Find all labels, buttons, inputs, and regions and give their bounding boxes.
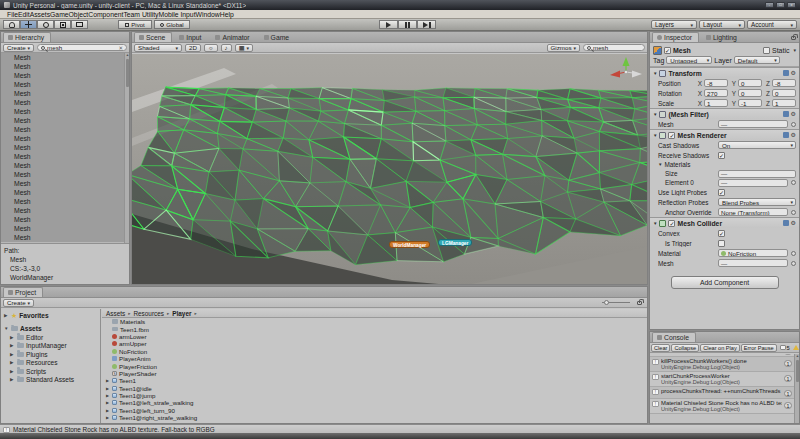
collider-material-field[interactable]: NoFriction	[718, 249, 788, 257]
project-create-button[interactable]: Create▾	[3, 299, 34, 307]
hand-tool-button[interactable]	[3, 20, 20, 29]
foldout-icon[interactable]: ▼	[653, 133, 657, 138]
transform-scale-z-field[interactable]: 1	[772, 99, 796, 107]
add-component-button[interactable]: Add Component	[671, 276, 779, 289]
tab-animator[interactable]: Animator	[210, 32, 256, 42]
hierarchy-item-mesh[interactable]: Mesh	[1, 206, 124, 215]
menu-item-gameobject[interactable]: GameObject	[50, 11, 88, 18]
project-file-teen1@left_strafe_walking[interactable]: ▶Teen1@left_strafe_walking	[102, 399, 647, 406]
window-close-button[interactable]: x	[787, 2, 796, 8]
clear-search-icon[interactable]: ✕	[118, 45, 123, 51]
console-log-entry[interactable]: !killProcessChunkWorkers() doneUnityEngi…	[650, 357, 794, 372]
account-dropdown[interactable]: Account▾	[747, 20, 797, 29]
slider-knob[interactable]	[604, 300, 609, 305]
hierarchy-item-mesh[interactable]: Mesh	[1, 80, 124, 89]
tab-hierarchy[interactable]: Hierarchy	[3, 32, 51, 42]
status-bar[interactable]: ! Material Chiseled Stone Rock has no AL…	[0, 424, 800, 433]
expander-icon[interactable]: ▶	[10, 352, 15, 357]
console-clear-on-play-button[interactable]: Clear on Play	[700, 344, 740, 352]
mesh-collider-component-header[interactable]: ▼ Mesh Collider ⚙	[650, 217, 799, 228]
menu-item-mobile-input[interactable]: Mobile Input	[159, 11, 196, 18]
active-checkbox[interactable]	[664, 47, 671, 54]
tab-project[interactable]: Project	[3, 287, 43, 297]
mesh-field[interactable]: —	[718, 120, 788, 128]
expander-icon[interactable]: ▼	[4, 326, 9, 331]
menu-item-window[interactable]: Window	[196, 11, 220, 18]
mesh-renderer-enabled-checkbox[interactable]	[668, 132, 675, 139]
console-clear-button[interactable]: Clear	[651, 344, 670, 352]
scale-tool-button[interactable]	[54, 20, 71, 29]
lock-icon[interactable]	[637, 301, 642, 305]
console-log-entry[interactable]: !Material Chiseled Stone Rock has no ALB…	[650, 399, 794, 414]
hierarchy-item-mesh[interactable]: Mesh	[1, 161, 124, 170]
menu-item-assets[interactable]: Assets	[30, 11, 50, 18]
project-assets-item[interactable]: ▼ Assets	[1, 325, 100, 334]
project-file-materials[interactable]: Materials	[102, 318, 647, 325]
transform-rotation-x-field[interactable]: 270	[704, 89, 728, 97]
light-probes-checkbox[interactable]	[718, 189, 725, 196]
rotate-tool-button[interactable]	[37, 20, 54, 29]
project-file-teen1.fbm[interactable]: Teen1.fbm	[102, 325, 647, 332]
console-log-list[interactable]: !1!killProcessChunkWorkers() doneUnityEn…	[650, 354, 794, 423]
help-icon[interactable]	[783, 70, 789, 76]
tab-console[interactable]: Console	[652, 332, 696, 342]
expander-icon[interactable]: ▶	[106, 393, 110, 398]
lgmanager-scene-label[interactable]: LGManager	[438, 239, 472, 246]
transform-position-y-field[interactable]: 0	[738, 79, 762, 87]
materials-size-field[interactable]: —	[718, 170, 796, 178]
project-folder-plugins[interactable]: ▶Plugins	[1, 350, 100, 359]
expander-icon[interactable]: ▶	[10, 343, 15, 348]
object-picker-icon[interactable]	[791, 251, 796, 256]
play-button[interactable]	[379, 20, 398, 29]
project-folder-scripts[interactable]: ▶Scripts	[1, 367, 100, 376]
hierarchy-item-mesh[interactable]: Mesh	[1, 170, 124, 179]
thumbnail-size-slider[interactable]	[602, 302, 630, 303]
expander-icon[interactable]: ▶	[106, 386, 110, 391]
expander-icon[interactable]: ▶	[106, 400, 110, 405]
project-file-teen1@jump[interactable]: ▶Teen1@jump	[102, 392, 647, 399]
layout-dropdown[interactable]: Layout▾	[699, 20, 745, 29]
expander-icon[interactable]: ▶	[10, 335, 15, 340]
project-folder-editor[interactable]: ▶Editor	[1, 333, 100, 342]
tab-lighting[interactable]: Lighting	[701, 32, 744, 42]
breadcrumb-item-resources[interactable]: Resources	[133, 310, 164, 317]
object-picker-icon[interactable]	[791, 210, 796, 215]
project-file-playerfriction[interactable]: PlayerFriction	[102, 362, 647, 369]
scene-search-input[interactable]	[593, 44, 641, 51]
hierarchy-item-mesh[interactable]: Mesh	[1, 224, 124, 233]
console-collapse-button[interactable]: Collapse	[671, 344, 699, 352]
tab-scene[interactable]: Scene	[134, 32, 172, 42]
anchor-override-field[interactable]: None (Transform)	[718, 208, 788, 216]
foldout-icon[interactable]: ▼	[653, 71, 657, 76]
transform-position-x-field[interactable]: -8	[704, 79, 728, 87]
gizmos-dropdown[interactable]: Gizmos▾	[547, 44, 581, 52]
expander-icon[interactable]: ▶	[10, 369, 15, 374]
project-file-teen1@right_turn_90[interactable]: ▶Teen1@right_turn_90	[102, 421, 647, 423]
hierarchy-item-mesh[interactable]: Mesh	[1, 215, 124, 224]
transform-rotation-y-field[interactable]: 0	[738, 89, 762, 97]
project-file-playeranim[interactable]: PlayerAnim	[102, 355, 647, 362]
expander-icon[interactable]: ▶	[106, 378, 110, 383]
project-files-pane[interactable]: Assets▸Resources▸Player▸ MaterialsTeen1.…	[102, 309, 647, 423]
worldmanager-scene-label[interactable]: WorldManager	[389, 241, 430, 248]
object-picker-icon[interactable]	[791, 180, 796, 185]
mesh-collider-enabled-checkbox[interactable]	[668, 220, 675, 227]
help-icon[interactable]	[783, 111, 789, 117]
foldout-icon[interactable]: ▼	[658, 162, 662, 167]
hierarchy-item-mesh[interactable]: Mesh	[1, 71, 124, 80]
element0-field[interactable]: —	[718, 179, 788, 187]
pause-button[interactable]	[398, 20, 417, 29]
pivot-toggle-button[interactable]: Pivot	[118, 20, 152, 29]
lock-icon[interactable]	[791, 36, 796, 40]
breadcrumb-item-player[interactable]: Player	[172, 310, 191, 317]
cast-shadows-dropdown[interactable]: On▾	[718, 141, 796, 149]
transform-scale-y-field[interactable]: -1	[738, 99, 762, 107]
scrollbar-thumb[interactable]	[796, 360, 799, 382]
hierarchy-search-input[interactable]	[47, 44, 116, 51]
hierarchy-item-mesh[interactable]: Mesh	[1, 188, 124, 197]
hierarchy-item-mesh[interactable]: Mesh	[1, 89, 124, 98]
transform-scale-x-field[interactable]: 1	[704, 99, 728, 107]
effects-dropdown-button[interactable]: ▦▾	[235, 44, 253, 52]
hierarchy-item-mesh[interactable]: Mesh	[1, 116, 124, 125]
project-folder-inputmanager[interactable]: ▶InputManager	[1, 342, 100, 351]
